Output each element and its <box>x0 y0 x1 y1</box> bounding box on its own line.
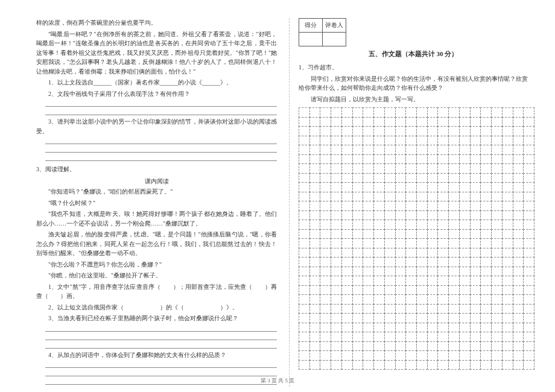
passage-line: "你怎么啦？不愿意吗？你怎么啦，桑娜？" <box>36 260 277 270</box>
passage-line: "我也不知道，大概是昨天。唉！她死得好惨哪！两个孩子都在她身边，睡着了。他们那么… <box>36 209 277 228</box>
reading-q1: 1、文中"熬"字，用音序查字法应查音序（ ）；用部首查字法，应先查（ ）再查（ … <box>36 282 277 301</box>
question-3: 3、请列举出这部小说中的另一个让你印象深刻的情节，并谈谈你对这部小说的阅读感受。 <box>36 117 277 136</box>
answer-line[interactable] <box>45 109 277 115</box>
reading-q4: 4、从加点的词语中，你体会到了桑娜和她的丈夫有什么样的品质？ <box>36 350 277 360</box>
paragraph-text: "喝最后一杯吧？"在倒净所有的茶之前，她问道。外祖父看了看茶壶，说道："好吧，喝… <box>36 30 277 77</box>
score-table: 得分 评卷人 <box>299 18 346 46</box>
reading-q3: 3、当渔夫看到已经在帐子里熟睡的两个孩子时，他会对桑娜说什么呢？ <box>36 314 277 323</box>
answer-line[interactable] <box>45 100 277 107</box>
grader-cell[interactable] <box>323 33 346 46</box>
answer-line[interactable] <box>45 325 277 332</box>
passage-line: 渔夫皱起眉，他的脸变得严肃，忧虑。"嗯，是个问题！"他搔搔后脑勺说，"嗯，你看怎… <box>36 230 277 258</box>
passage-line: "哦？什么时候？" <box>36 198 277 208</box>
grader-label: 评卷人 <box>323 19 346 33</box>
passage-line: "你知道吗？"桑娜说，"咱们的邻居西蒙死了。" <box>36 187 277 197</box>
question-1: 1、以上文段选自______（国家）著名作家______的小说《______》。 <box>36 78 277 87</box>
page-footer: 第 3 页 共 5 页 <box>0 377 555 385</box>
section-5-title: 五、作文题（本题共计 30 分） <box>299 49 528 59</box>
answer-line[interactable] <box>45 361 277 368</box>
score-label: 得分 <box>299 19 323 33</box>
answer-line[interactable] <box>45 334 277 340</box>
essay-prompt: 同学们，欣赏对你来说是什么呢？你的生活中，有没有被别人欣赏的事情呢？欣赏给你带来… <box>299 74 528 93</box>
reading-q2: 2、以上短文选自俄国作家（ ）的《（ ）》。 <box>36 303 277 312</box>
essay-prompt: 请写自拟题目，以欣赏为主题，写一写。 <box>299 95 528 104</box>
answer-line[interactable] <box>45 146 277 153</box>
section-3-heading: 3、阅读理解。 <box>36 165 277 174</box>
answer-line[interactable] <box>45 342 277 349</box>
essay-number: 1、习作超市。 <box>299 63 528 72</box>
answer-line[interactable] <box>45 138 277 144</box>
answer-line[interactable] <box>45 370 277 376</box>
passage-line: "你瞧，他们在这里啦。"桑娜拉开了帐子。 <box>36 271 277 280</box>
score-cell[interactable] <box>299 33 323 46</box>
question-2: 2、文段中画线句子采用了什么表现手法？有何作用？ <box>36 89 277 99</box>
sub-heading: 课内阅读 <box>36 177 277 186</box>
answer-line[interactable] <box>45 154 277 161</box>
composition-grid[interactable] <box>299 107 534 369</box>
paragraph-text: 样的浓度，倒在两个茶碗里的分量也要平均。 <box>36 18 277 28</box>
